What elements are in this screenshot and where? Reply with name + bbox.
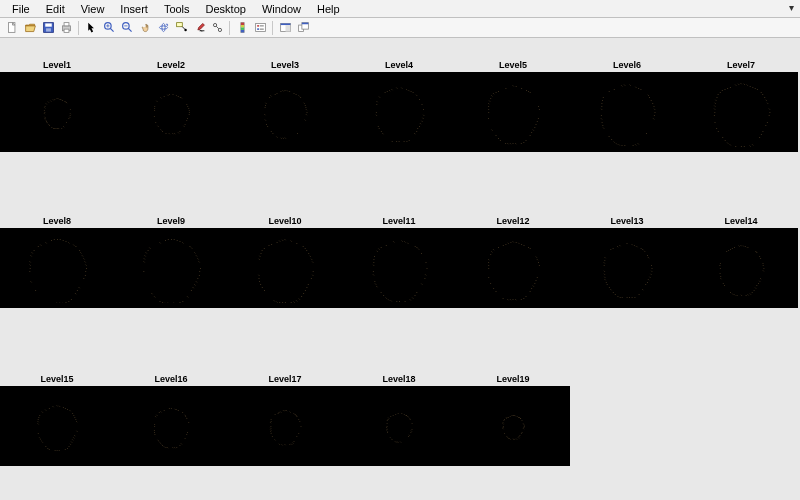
new-file-icon[interactable] <box>4 20 20 36</box>
svg-rect-34 <box>280 23 290 25</box>
svg-rect-27 <box>240 30 243 32</box>
subplot-image[interactable] <box>114 72 228 147</box>
menu-desktop[interactable]: Desktop <box>198 2 254 16</box>
subplot-title: Level14 <box>684 214 798 228</box>
subplot: Level2 <box>114 58 228 147</box>
brush-icon[interactable] <box>191 20 207 36</box>
subplot-title: Level1 <box>0 58 114 72</box>
subplot-title: Level9 <box>114 214 228 228</box>
svg-rect-38 <box>301 23 308 25</box>
link-icon[interactable] <box>209 20 225 36</box>
zoom-in-icon[interactable] <box>101 20 117 36</box>
rotate3d-icon[interactable] <box>155 20 171 36</box>
subplot: Level10 <box>228 214 342 303</box>
subplot-image[interactable] <box>684 72 798 147</box>
menubar-overflow-icon[interactable]: ▾ <box>789 2 794 13</box>
dock-icon[interactable] <box>295 20 311 36</box>
subplot-image[interactable] <box>0 228 114 303</box>
subplot-title: Level11 <box>342 214 456 228</box>
subplot: Level4 <box>342 58 456 147</box>
svg-point-14 <box>159 26 167 29</box>
subplot-image[interactable] <box>228 72 342 147</box>
subplot-title: Level5 <box>456 58 570 72</box>
svg-line-22 <box>216 26 218 28</box>
subplot-image[interactable] <box>228 228 342 303</box>
menu-window[interactable]: Window <box>254 2 309 16</box>
subplot-title: Level4 <box>342 58 456 72</box>
subplot-title: Level16 <box>114 372 228 386</box>
menu-view[interactable]: View <box>73 2 113 16</box>
svg-rect-16 <box>176 23 182 27</box>
subplot-image[interactable] <box>228 386 342 461</box>
subplot-title: Level12 <box>456 214 570 228</box>
subplot-title: Level6 <box>570 58 684 72</box>
subplot: Level17 <box>228 372 342 461</box>
subplot-image[interactable] <box>342 386 456 461</box>
toolbar-separator <box>272 21 273 35</box>
subplot-image[interactable] <box>684 228 798 303</box>
svg-point-20 <box>213 23 216 26</box>
datacursor-icon[interactable] <box>173 20 189 36</box>
subplot-title: Level18 <box>342 372 456 386</box>
menu-insert[interactable]: Insert <box>112 2 156 16</box>
subplot: Level19 <box>456 372 570 461</box>
subplot-title: Level15 <box>0 372 114 386</box>
svg-rect-35 <box>285 25 290 32</box>
menu-help[interactable]: Help <box>309 2 348 16</box>
subplot: Level12 <box>456 214 570 303</box>
subplot: Level5 <box>456 58 570 147</box>
print-icon[interactable] <box>58 20 74 36</box>
menu-file[interactable]: File <box>4 2 38 16</box>
svg-point-18 <box>184 29 186 31</box>
svg-line-8 <box>110 28 113 31</box>
svg-rect-2 <box>45 23 52 26</box>
subplot-image[interactable] <box>456 72 570 147</box>
subplot: Level9 <box>114 214 228 303</box>
hide-tools-icon[interactable] <box>277 20 293 36</box>
subplot-image[interactable] <box>0 72 114 147</box>
svg-rect-6 <box>64 29 69 32</box>
menu-tools[interactable]: Tools <box>156 2 198 16</box>
subplot-image[interactable] <box>0 386 114 461</box>
subplot: Level14 <box>684 214 798 303</box>
subplot-title: Level7 <box>684 58 798 72</box>
svg-rect-5 <box>64 23 69 26</box>
subplot-image[interactable] <box>342 228 456 303</box>
svg-rect-25 <box>240 25 243 27</box>
figure-area: Level1Level2Level3Level4Level5Level6Leve… <box>0 38 800 500</box>
svg-rect-24 <box>240 23 243 25</box>
subplot-image[interactable] <box>456 386 570 461</box>
subplot-image[interactable] <box>342 72 456 147</box>
toolbar-separator <box>229 21 230 35</box>
menu-edit[interactable]: Edit <box>38 2 73 16</box>
subplot-title: Level3 <box>228 58 342 72</box>
open-file-icon[interactable] <box>22 20 38 36</box>
colorbar-icon[interactable] <box>234 20 250 36</box>
svg-point-15 <box>161 23 164 31</box>
svg-line-17 <box>182 27 184 29</box>
subplot-image[interactable] <box>114 228 228 303</box>
subplot-image[interactable] <box>570 228 684 303</box>
svg-rect-26 <box>240 28 243 30</box>
pan-icon[interactable] <box>137 20 153 36</box>
save-icon[interactable] <box>40 20 56 36</box>
subplot-title: Level10 <box>228 214 342 228</box>
subplot-image[interactable] <box>570 72 684 147</box>
svg-rect-3 <box>46 28 51 31</box>
zoom-out-icon[interactable] <box>119 20 135 36</box>
subplot: Level6 <box>570 58 684 147</box>
subplot-image[interactable] <box>114 386 228 461</box>
legend-icon[interactable] <box>252 20 268 36</box>
svg-point-21 <box>218 28 221 31</box>
toolbar-separator <box>78 21 79 35</box>
subplot: Level15 <box>0 372 114 461</box>
pointer-icon[interactable] <box>83 20 99 36</box>
svg-line-12 <box>128 28 131 31</box>
subplot: Level7 <box>684 58 798 147</box>
toolbar <box>0 18 800 38</box>
subplot-title: Level8 <box>0 214 114 228</box>
subplot: Level16 <box>114 372 228 461</box>
menubar: File Edit View Insert Tools Desktop Wind… <box>0 0 800 18</box>
subplot-image[interactable] <box>456 228 570 303</box>
subplot-title: Level13 <box>570 214 684 228</box>
